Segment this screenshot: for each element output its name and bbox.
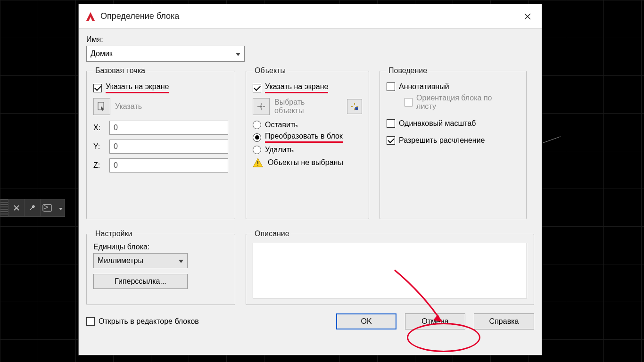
uniform-scale-checkbox[interactable]: Одинаковый масштаб (387, 119, 520, 128)
toolbar-wrench-icon[interactable] (24, 199, 40, 216)
delete-label: Удалить (265, 146, 294, 154)
objects-group: Объекты Указать на экране Выбрать объект… (246, 66, 369, 219)
radio-icon (253, 133, 261, 142)
settings-group: Настройки Единицы блока: Миллиметры Гипе… (86, 230, 235, 305)
x-input[interactable] (109, 121, 228, 135)
description-group: Описание (246, 230, 534, 305)
status-toolbar: >_ (0, 199, 65, 217)
base-specify-label: Указать на экране (106, 82, 169, 93)
block-units-label: Единицы блока: (93, 243, 228, 251)
toolbar-grip[interactable] (0, 199, 8, 216)
base-point-group: Базовая точка Указать на экране Указать … (86, 66, 235, 219)
objects-specify-on-screen-checkbox[interactable]: Указать на экране (253, 82, 362, 93)
checkbox-icon (387, 119, 395, 128)
toolbar-command-dropdown[interactable]: >_ (40, 199, 65, 216)
allow-explode-checkbox[interactable]: Разрешить расчленение (387, 136, 520, 145)
block-name-value: Домик (91, 49, 113, 58)
open-in-block-editor-checkbox[interactable]: Открыть в редакторе блоков (86, 317, 199, 326)
close-icon (524, 13, 531, 20)
checkbox-icon (387, 82, 395, 91)
convert-radio[interactable]: Преобразовать в блок (253, 132, 362, 143)
description-legend: Описание (253, 230, 291, 238)
uniform-scale-label: Одинаковый масштаб (399, 119, 476, 128)
annotative-checkbox[interactable]: Аннотативный (387, 82, 520, 91)
svg-rect-5 (257, 161, 258, 164)
objects-specify-label: Указать на экране (265, 82, 328, 93)
help-button[interactable]: Справка (474, 313, 534, 329)
titlebar: Определение блока (79, 4, 542, 29)
radio-icon (253, 146, 261, 154)
pick-point-label: Указать (115, 102, 142, 111)
ok-button[interactable]: OK (336, 313, 396, 329)
allow-explode-label: Разрешить расчленение (399, 136, 485, 145)
z-input[interactable] (109, 158, 228, 173)
block-definition-dialog: Определение блока Имя: Домик Базовая точ… (78, 4, 542, 355)
autocad-icon (85, 11, 96, 22)
hyperlink-button[interactable]: Гиперссылка... (93, 274, 188, 289)
close-button[interactable] (514, 4, 541, 29)
warning-icon (253, 158, 263, 167)
svg-rect-4 (355, 107, 358, 110)
checkbox-icon (253, 84, 261, 92)
checkbox-icon (93, 84, 102, 92)
behavior-group: Поведение Аннотативный Ориентация блока … (380, 66, 527, 219)
z-label: Z: (93, 161, 104, 170)
retain-label: Оставить (265, 121, 298, 129)
annotative-label: Аннотативный (399, 82, 449, 91)
quick-select-icon (350, 102, 359, 111)
svg-rect-3 (260, 106, 262, 107)
base-specify-on-screen-checkbox[interactable]: Указать на экране (93, 82, 228, 93)
chevron-down-icon (179, 256, 183, 265)
x-label: X: (93, 123, 104, 132)
select-objects-label: Выбрать объекты (274, 98, 326, 115)
checkbox-icon (387, 136, 395, 145)
toolbar-close-icon[interactable] (8, 199, 24, 216)
svg-rect-6 (257, 165, 258, 166)
y-label: Y: (93, 142, 104, 151)
chevron-down-icon (236, 49, 240, 58)
match-orientation-checkbox: Ориентация блока по листу (405, 94, 508, 111)
select-objects-icon (256, 102, 266, 111)
match-orientation-label: Ориентация блока по листу (416, 94, 508, 111)
convert-label: Преобразовать в блок (265, 132, 343, 143)
checkbox-icon (405, 98, 413, 107)
pick-point-button[interactable] (93, 98, 110, 115)
objects-legend: Объекты (253, 66, 288, 75)
quick-select-button[interactable] (347, 99, 362, 114)
dialog-title: Определение блока (100, 11, 179, 21)
base-point-legend: Базовая точка (93, 66, 147, 75)
y-input[interactable] (109, 140, 228, 154)
name-label: Имя: (86, 35, 534, 44)
behavior-legend: Поведение (387, 66, 429, 75)
description-textarea[interactable] (253, 243, 527, 298)
cancel-button[interactable]: Отмена (405, 313, 465, 329)
select-objects-button[interactable] (253, 98, 270, 115)
radio-icon (253, 121, 261, 129)
pick-point-icon (97, 101, 107, 112)
settings-legend: Настройки (93, 230, 134, 238)
retain-radio[interactable]: Оставить (253, 121, 362, 129)
block-units-value: Миллиметры (98, 256, 143, 265)
svg-text:>_: >_ (44, 204, 52, 212)
no-objects-label: Объекты не выбраны (268, 158, 343, 167)
delete-radio[interactable]: Удалить (253, 146, 362, 154)
open-in-block-editor-label: Открыть в редакторе блоков (99, 317, 199, 326)
block-units-combobox[interactable]: Миллиметры (93, 253, 188, 268)
block-name-combobox[interactable]: Домик (86, 46, 245, 62)
checkbox-icon (86, 317, 95, 326)
